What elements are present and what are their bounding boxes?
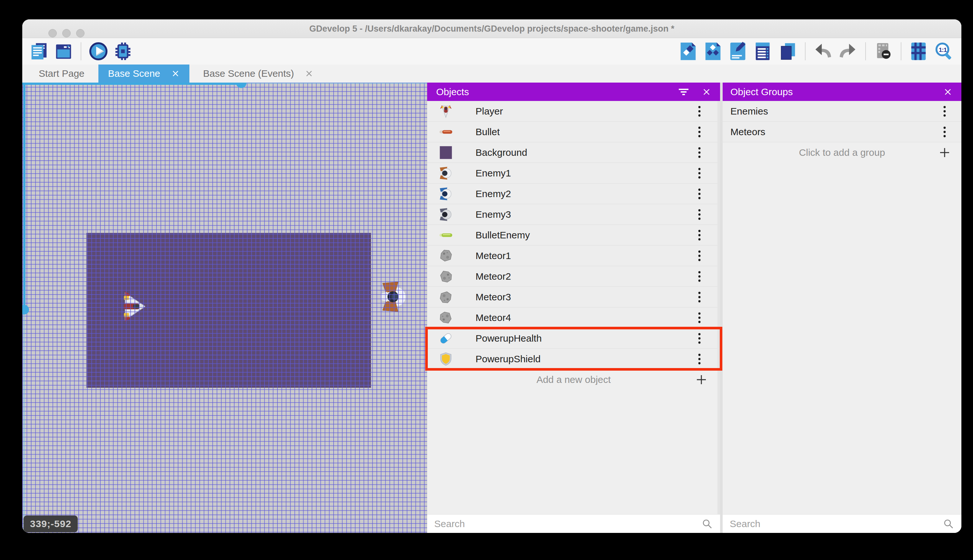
project-manager-icon[interactable]	[29, 41, 49, 61]
close-tab-icon[interactable]	[305, 69, 313, 78]
toggle-grid-icon[interactable]	[909, 41, 929, 61]
close-panel-icon[interactable]	[943, 87, 952, 97]
object-label: PowerupShield	[475, 353, 541, 365]
kebab-menu-icon[interactable]	[939, 104, 950, 118]
zoom-ratio-label: 1:1	[936, 47, 949, 53]
kebab-menu-icon[interactable]	[694, 207, 705, 222]
object-row-meteor3[interactable]: Meteor3	[427, 287, 720, 307]
kebab-menu-icon[interactable]	[694, 104, 705, 118]
enemy1-icon	[439, 166, 453, 180]
meteor-icon	[439, 249, 453, 263]
kebab-menu-icon[interactable]	[694, 249, 705, 263]
plus-icon[interactable]	[939, 147, 950, 158]
group-row-enemies[interactable]: Enemies	[723, 101, 961, 122]
kebab-menu-icon[interactable]	[694, 145, 705, 160]
kebab-menu-icon[interactable]	[694, 290, 705, 304]
powerup-shield-icon	[439, 352, 453, 366]
toolbar-separator	[865, 42, 866, 60]
title-bar[interactable]: GDevelop 5 - /Users/dkarakay/Documents/G…	[22, 19, 961, 38]
groups-search-bar	[723, 514, 961, 533]
kebab-menu-icon[interactable]	[694, 187, 705, 201]
object-label: BulletEnemy	[475, 230, 530, 241]
main-content: 339;-592 Objects Playe	[22, 83, 961, 533]
open-properties-icon[interactable]	[728, 41, 748, 61]
object-row-powerupshield[interactable]: PowerupShield	[427, 349, 720, 369]
kebab-menu-icon[interactable]	[939, 125, 950, 139]
close-tab-icon[interactable]	[171, 69, 180, 78]
add-object-button[interactable]: Add a new object	[427, 369, 720, 390]
object-row-bulletenemy[interactable]: BulletEnemy	[427, 225, 720, 245]
group-row-meteors[interactable]: Meteors	[723, 122, 961, 142]
toggle-window-mask-icon[interactable]	[873, 41, 893, 61]
search-icon[interactable]	[943, 518, 954, 530]
kebab-menu-icon[interactable]	[694, 228, 705, 242]
objects-search-input[interactable]	[427, 515, 701, 533]
kebab-menu-icon[interactable]	[694, 311, 705, 325]
object-label: Enemy3	[475, 209, 511, 220]
object-label: Bullet	[475, 127, 500, 137]
filter-icon[interactable]	[678, 88, 689, 96]
object-row-player[interactable]: Player	[427, 101, 720, 122]
tab-base-scene-events[interactable]: Base Scene (Events)	[193, 65, 323, 83]
object-label: Meteor4	[475, 312, 511, 323]
object-row-background[interactable]: Background	[427, 142, 720, 163]
object-row-meteor2[interactable]: Meteor2	[427, 266, 720, 287]
add-group-button[interactable]: Click to add a group	[723, 142, 961, 163]
kebab-menu-icon[interactable]	[694, 331, 705, 345]
redo-icon[interactable]	[838, 41, 858, 61]
toolbar-separator	[901, 42, 901, 60]
scene-canvas[interactable]: 339;-592	[22, 83, 427, 533]
add-object-label: Add a new object	[427, 374, 720, 385]
gdevelop-window: GDevelop 5 - /Users/dkarakay/Documents/G…	[22, 19, 961, 533]
object-row-enemy2[interactable]: Enemy2	[427, 183, 720, 204]
player-ship-instance[interactable]	[120, 291, 145, 322]
open-layers-editor-icon[interactable]	[778, 41, 798, 61]
object-row-meteor4[interactable]: Meteor4	[427, 307, 720, 328]
object-label: Meteor1	[475, 250, 511, 261]
kebab-menu-icon[interactable]	[694, 166, 705, 180]
scene-boundary-top-faint	[241, 83, 427, 84]
meteor-icon	[439, 311, 453, 325]
kebab-menu-icon[interactable]	[694, 352, 705, 366]
scene-handle-left[interactable]	[22, 305, 29, 315]
groups-search-input[interactable]	[723, 515, 943, 533]
object-row-enemy1[interactable]: Enemy1	[427, 163, 720, 183]
window-title: GDevelop 5 - /Users/dkarakay/Documents/G…	[22, 19, 961, 38]
open-objects-editor-icon[interactable]	[678, 41, 698, 61]
object-row-enemy3[interactable]: Enemy3	[427, 204, 720, 225]
scrollbar-gutter[interactable]	[718, 101, 720, 514]
player-icon	[439, 104, 453, 118]
object-row-bullet[interactable]: Bullet	[427, 122, 720, 142]
open-object-groups-editor-icon[interactable]	[703, 41, 723, 61]
panel-divider[interactable]	[720, 83, 723, 533]
scene-editor-icon[interactable]	[53, 41, 73, 61]
objects-panel-title: Objects	[427, 87, 469, 97]
tab-label: Start Page	[39, 68, 85, 79]
object-label: Player	[475, 106, 503, 117]
open-instances-list-icon[interactable]	[753, 41, 773, 61]
bullet-enemy-icon	[439, 228, 453, 242]
tab-start-page[interactable]: Start Page	[29, 65, 94, 83]
scene-handle-top[interactable]	[236, 83, 247, 88]
undo-icon[interactable]	[813, 41, 833, 61]
object-label: PowerupHealth	[475, 333, 541, 344]
plus-icon[interactable]	[696, 374, 707, 385]
kebab-menu-icon[interactable]	[694, 269, 705, 283]
object-row-meteor1[interactable]: Meteor1	[427, 245, 720, 266]
tab-base-scene[interactable]: Base Scene	[98, 65, 189, 83]
toolbar-separator	[805, 42, 806, 60]
debugger-icon[interactable]	[113, 41, 133, 61]
tab-bar: Start Page Base Scene Base Scene (Events…	[22, 65, 961, 83]
kebab-menu-icon[interactable]	[694, 125, 705, 139]
search-icon[interactable]	[701, 518, 713, 530]
close-panel-icon[interactable]	[702, 87, 711, 97]
objects-search-bar	[427, 514, 720, 533]
object-label: Meteor2	[475, 271, 511, 282]
object-label: Background	[475, 147, 527, 158]
preview-play-icon[interactable]	[88, 41, 108, 61]
zoom-one-to-one-icon[interactable]: 1:1	[934, 41, 954, 61]
object-row-poweruphealth[interactable]: PowerupHealth	[427, 328, 720, 349]
enemy-ship-instance[interactable]	[381, 281, 408, 312]
object-label: Meteor3	[475, 292, 511, 303]
tab-label: Base Scene (Events)	[203, 68, 294, 79]
